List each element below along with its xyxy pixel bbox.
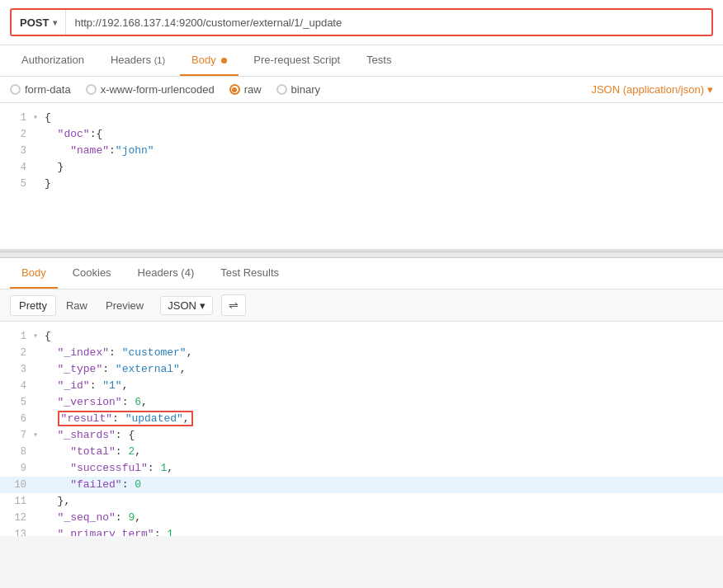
resp-content-11: }, (45, 493, 70, 510)
resp-toggle-9 (33, 460, 41, 477)
method-selector[interactable]: POST ▾ (12, 10, 66, 35)
req-line-2: 2 "doc":{ (0, 126, 723, 143)
option-formdata[interactable]: form-data (10, 83, 71, 96)
resp-linenum-2: 2 (8, 345, 26, 361)
request-editor: 1 ▾ { 2 "doc":{ 3 "name":"john" 4 } 5 } (0, 103, 723, 252)
resp-linenum-3: 3 (8, 361, 26, 378)
resp-content-4: "_id": "1", (45, 378, 128, 394)
req-linenum-3: 3 (8, 143, 26, 159)
resp-linenum-8: 8 (8, 444, 26, 460)
resp-line-10: 10 "failed": 0 (0, 477, 723, 493)
tab-body[interactable]: Body (180, 45, 239, 76)
resp-content-12: "_seq_no": 9, (45, 510, 141, 526)
tab-authorization[interactable]: Authorization (10, 45, 96, 76)
resp-toggle-10 (33, 477, 41, 493)
url-bar: POST ▾ (10, 8, 713, 36)
resp-toggle-3 (33, 361, 41, 378)
req-linenum-5: 5 (8, 176, 26, 192)
resp-line-12: 12 "_seq_no": 9, (0, 510, 723, 526)
req-toggle-2 (33, 126, 41, 143)
response-tabs-nav: Body Cookies Headers (4) Test Results (0, 258, 723, 289)
req-line-3: 3 "name":"john" (0, 143, 723, 159)
resp-line-8: 8 "total": 2, (0, 444, 723, 460)
resp-line-2: 2 "_index": "customer", (0, 345, 723, 361)
response-toolbar: Pretty Raw Preview JSON ▾ ⇌ (0, 289, 723, 322)
resp-linenum-4: 4 (8, 378, 26, 394)
option-binary[interactable]: binary (276, 83, 320, 96)
url-input[interactable] (66, 16, 711, 29)
method-label: POST (20, 16, 49, 29)
request-tabs-nav: Authorization Headers (1) Body Pre-reque… (0, 45, 723, 77)
response-format-chevron-icon: ▾ (200, 299, 206, 312)
resp-line-1: 1 ▾ { (0, 328, 723, 345)
req-content-2: "doc":{ (45, 126, 102, 143)
body-options: form-data x-www-form-urlencoded raw bina… (0, 77, 723, 103)
radio-formdata (10, 84, 21, 95)
pretty-button[interactable]: Pretty (10, 295, 56, 316)
resp-line-9: 9 "successful": 1, (0, 460, 723, 477)
req-content-3: "name":"john" (45, 143, 154, 159)
resp-toggle-8 (33, 444, 41, 460)
resp-content-7: "_shards": { (45, 427, 135, 444)
response-body-viewer: 1 ▾ { 2 "_index": "customer", 3 "_type":… (0, 322, 723, 536)
tab-prerequest[interactable]: Pre-request Script (242, 45, 352, 76)
resp-line-13: 13 "_primary_term": 1 (0, 526, 723, 536)
response-format-selector[interactable]: JSON ▾ (160, 296, 213, 315)
json-format-label: JSON (application/json) (591, 83, 704, 96)
json-format-selector[interactable]: JSON (application/json) ▾ (591, 83, 713, 96)
resp-toggle-4 (33, 378, 41, 394)
resp-line-7: 7 ▾ "_shards": { (0, 427, 723, 444)
resp-toggle-1[interactable]: ▾ (33, 328, 41, 345)
headers-badge: (1) (154, 55, 165, 65)
req-linenum-4: 4 (8, 159, 26, 176)
resp-linenum-10: 10 (8, 477, 26, 493)
resp-linenum-9: 9 (8, 460, 26, 477)
url-bar-section: POST ▾ (0, 0, 723, 45)
req-linenum-2: 2 (8, 126, 26, 143)
resp-line-11: 11 }, (0, 493, 723, 510)
radio-raw (229, 84, 240, 95)
resp-tab-headers[interactable]: Headers (4) (126, 258, 206, 289)
req-toggle-1[interactable]: ▾ (33, 110, 41, 126)
preview-button[interactable]: Preview (97, 296, 152, 315)
tab-tests[interactable]: Tests (355, 45, 403, 76)
method-chevron-icon: ▾ (53, 18, 57, 27)
req-content-1: { (45, 110, 51, 126)
req-toggle-3 (33, 143, 41, 159)
raw-label: raw (244, 83, 262, 96)
req-toggle-5 (33, 176, 41, 192)
tab-headers[interactable]: Headers (1) (99, 45, 177, 76)
resp-content-8: "total": 2, (45, 444, 141, 460)
resp-content-5: "_version": 6, (45, 394, 148, 411)
option-urlencoded[interactable]: x-www-form-urlencoded (86, 83, 215, 96)
resp-tab-body[interactable]: Body (10, 258, 58, 289)
resp-toggle-13 (33, 526, 41, 536)
resp-line-6: 6 "result": "updated", (0, 411, 723, 427)
resp-content-13: "_primary_term": 1 (45, 526, 173, 536)
request-code-editor[interactable]: 1 ▾ { 2 "doc":{ 3 "name":"john" 4 } 5 } (0, 103, 723, 199)
resp-linenum-12: 12 (8, 510, 26, 526)
req-toggle-4 (33, 159, 41, 176)
resp-tab-testresults[interactable]: Test Results (209, 258, 291, 289)
resp-line-5: 5 "_version": 6, (0, 394, 723, 411)
urlencoded-label: x-www-form-urlencoded (101, 83, 215, 96)
resp-toggle-11 (33, 493, 41, 510)
response-format-label: JSON (168, 299, 196, 312)
resp-content-3: "_type": "external", (45, 361, 187, 378)
resp-content-10: "failed": 0 (45, 477, 141, 493)
raw-button[interactable]: Raw (58, 296, 96, 315)
wrap-button[interactable]: ⇌ (221, 294, 246, 316)
req-line-5: 5 } (0, 176, 723, 192)
resp-toggle-7[interactable]: ▾ (33, 427, 41, 444)
section-divider (0, 252, 723, 258)
resp-tab-cookies[interactable]: Cookies (61, 258, 123, 289)
resp-linenum-7: 7 (8, 427, 26, 444)
req-content-5: } (45, 176, 51, 192)
body-dot (221, 58, 227, 64)
option-raw[interactable]: raw (229, 83, 262, 96)
resp-toggle-5 (33, 394, 41, 411)
resp-toggle-6 (33, 411, 41, 427)
req-linenum-1: 1 (8, 110, 26, 126)
resp-toggle-12 (33, 510, 41, 526)
resp-line-3: 3 "_type": "external", (0, 361, 723, 378)
